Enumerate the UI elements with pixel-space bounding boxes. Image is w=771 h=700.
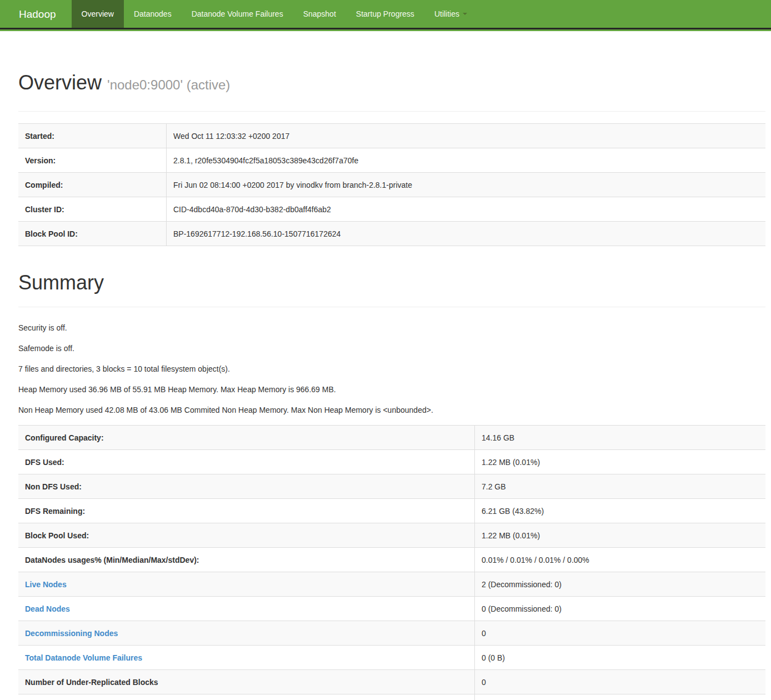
summary-table: Configured Capacity: 14.16 GB DFS Used: …: [18, 425, 765, 700]
nav-item-label: Utilities: [434, 9, 459, 18]
table-row: Number of Under-Replicated Blocks 0: [18, 670, 765, 694]
table-row: DFS Remaining: 6.21 GB (43.82%): [18, 499, 765, 523]
row-value: BP-1692617712-192.168.56.10-150771617262…: [167, 222, 765, 246]
overview-header: Overview 'node0:9000' (active): [18, 71, 765, 94]
nav-item-label: Datanodes: [134, 9, 172, 18]
row-label: Compiled:: [18, 173, 167, 197]
row-label: Version:: [18, 148, 167, 172]
row-label[interactable]: Total Datanode Volume Failures: [18, 646, 475, 669]
nav-item[interactable]: Overview: [72, 0, 124, 28]
row-value: 7.2 GB: [475, 474, 765, 498]
table-row: Decommissioning Nodes 0: [18, 621, 765, 646]
summary-status-line: Security is off.: [18, 322, 765, 333]
row-label: Number of Under-Replicated Blocks: [18, 670, 475, 694]
page-title-text: Overview: [18, 71, 102, 94]
row-value: 2 (Decommissioned: 0): [475, 572, 765, 596]
navbar: Hadoop Overview Datanodes Datanode Volum…: [0, 0, 771, 29]
row-value: 6.21 GB (43.82%): [475, 499, 765, 523]
nav-item-label: Datanode Volume Failures: [192, 9, 283, 18]
row-value: 0: [475, 621, 765, 645]
navbar-bottom-strip: [0, 29, 771, 31]
nav-item[interactable]: Datanode Volume Failures: [182, 0, 293, 28]
navbar-brand[interactable]: Hadoop: [0, 0, 65, 28]
nav-item[interactable]: Startup Progress: [346, 0, 424, 28]
row-value: 14.16 GB: [475, 426, 765, 449]
nav-item[interactable]: Snapshot: [293, 0, 346, 28]
table-row: DataNodes usages% (Min/Median/Max/stdDev…: [18, 548, 765, 572]
summary-header: Summary: [18, 271, 765, 294]
summary-divider: [18, 307, 765, 307]
table-row: Compiled: Fri Jun 02 08:14:00 +0200 2017…: [18, 173, 765, 197]
row-label[interactable]: Dead Nodes: [18, 597, 475, 621]
row-label: Non DFS Used:: [18, 474, 475, 498]
summary-status-line: Non Heap Memory used 42.08 MB of 43.06 M…: [18, 404, 765, 416]
row-label: Number of Blocks Pending Deletion: [18, 694, 475, 700]
page-subtitle: 'node0:9000' (active): [107, 77, 230, 92]
table-row: Live Nodes 2 (Decommissioned: 0): [18, 572, 765, 597]
page-content: Overview 'node0:9000' (active) Started: …: [18, 71, 765, 700]
row-value: Wed Oct 11 12:03:32 +0200 2017: [167, 124, 765, 148]
row-value: 0 (Decommissioned: 0): [475, 597, 765, 621]
table-row: Number of Blocks Pending Deletion 0: [18, 694, 765, 700]
nav-item[interactable]: Datanodes: [124, 0, 182, 28]
row-label: Started:: [18, 124, 167, 148]
table-row: Block Pool ID: BP-1692617712-192.168.56.…: [18, 222, 765, 246]
table-row: Cluster ID: CID-4dbcd40a-870d-4d30-b382-…: [18, 197, 765, 222]
table-row: Configured Capacity: 14.16 GB: [18, 426, 765, 450]
table-row: DFS Used: 1.22 MB (0.01%): [18, 450, 765, 474]
title-divider: [18, 111, 765, 112]
row-value: CID-4dbcd40a-870d-4d30-b382-db0aff4f6ab2: [167, 197, 765, 221]
row-value: 1.22 MB (0.01%): [475, 523, 765, 547]
nav-item-label: Snapshot: [303, 9, 336, 18]
row-value: 1.22 MB (0.01%): [475, 450, 765, 474]
nav-item-label: Startup Progress: [356, 9, 414, 18]
summary-paragraphs: Security is off. Safemode is off. 7 file…: [18, 322, 765, 416]
summary-status-line: 7 files and directories, 3 blocks = 10 t…: [18, 363, 765, 374]
table-row: Dead Nodes 0 (Decommissioned: 0): [18, 597, 765, 621]
row-label: DataNodes usages% (Min/Median/Max/stdDev…: [18, 548, 475, 572]
chevron-down-icon: [463, 13, 467, 15]
row-label[interactable]: Decommissioning Nodes: [18, 621, 475, 645]
row-value: Fri Jun 02 08:14:00 +0200 2017 by vinodk…: [167, 173, 765, 197]
nav-item[interactable]: Utilities: [424, 0, 477, 28]
row-value: 0: [475, 670, 765, 694]
row-label: Cluster ID:: [18, 197, 167, 221]
row-value: 0 (0 B): [475, 646, 765, 669]
table-row: Started: Wed Oct 11 12:03:32 +0200 2017: [18, 124, 765, 148]
row-label: Block Pool ID:: [18, 222, 167, 246]
row-label: Configured Capacity:: [18, 426, 475, 449]
summary-title: Summary: [18, 271, 765, 294]
row-label[interactable]: Live Nodes: [18, 572, 475, 596]
table-row: Total Datanode Volume Failures 0 (0 B): [18, 646, 765, 670]
row-label: DFS Used:: [18, 450, 475, 474]
row-value: 2.8.1, r20fe5304904fc2f5a18053c389e43cd2…: [167, 148, 765, 172]
summary-status-line: Safemode is off.: [18, 343, 765, 354]
summary-status-line: Heap Memory used 36.96 MB of 55.91 MB He…: [18, 384, 765, 395]
navbar-menu: Overview Datanodes Datanode Volume Failu…: [72, 0, 477, 28]
row-value: 0: [475, 694, 765, 700]
overview-info-table: Started: Wed Oct 11 12:03:32 +0200 2017 …: [18, 123, 765, 246]
row-value: 0.01% / 0.01% / 0.01% / 0.00%: [475, 548, 765, 572]
table-row: Version: 2.8.1, r20fe5304904fc2f5a18053c…: [18, 148, 765, 173]
table-row: Non DFS Used: 7.2 GB: [18, 474, 765, 499]
row-label: Block Pool Used:: [18, 523, 475, 547]
table-row: Block Pool Used: 1.22 MB (0.01%): [18, 523, 765, 548]
page-title: Overview 'node0:9000' (active): [18, 71, 765, 94]
row-label: DFS Remaining:: [18, 499, 475, 523]
nav-item-label: Overview: [82, 9, 114, 18]
